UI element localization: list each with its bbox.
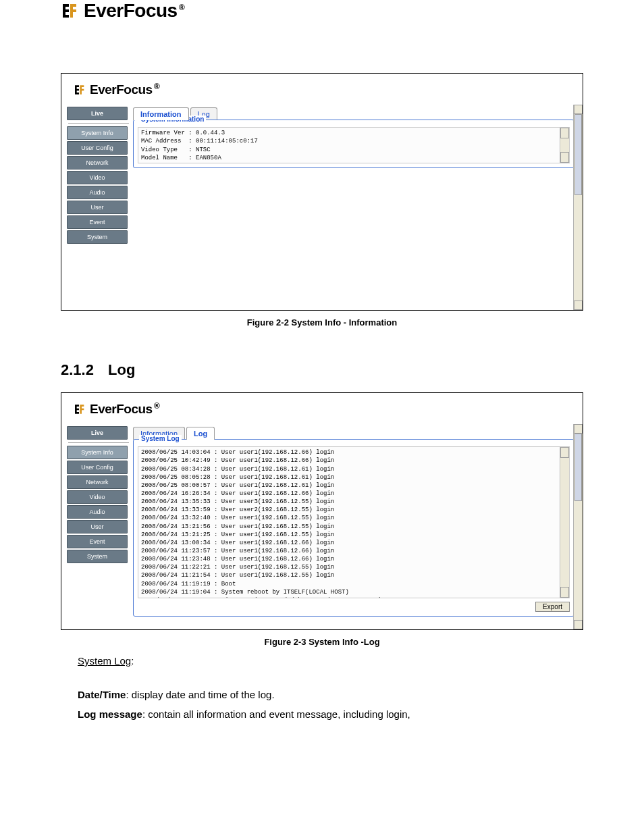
sidebar-item-event[interactable]: Event (67, 215, 128, 229)
sidebar-item-network[interactable]: Network (67, 156, 128, 170)
brand-name: EverFocus® (84, 0, 184, 22)
sidebar-item-audio[interactable]: Audio (67, 505, 128, 519)
textarea-scrollbar[interactable] (560, 447, 569, 598)
sidebar-item-system[interactable]: System (67, 230, 128, 244)
everfocus-logo-icon (61, 1, 81, 21)
tab-log[interactable]: Log (186, 427, 215, 440)
scrollbar-thumb[interactable] (574, 114, 582, 195)
sidebar-item-user[interactable]: User (67, 520, 128, 533)
everfocus-logo-icon (74, 402, 87, 416)
window-scrollbar[interactable] (573, 105, 583, 310)
export-button[interactable]: Export (535, 602, 570, 612)
sidebar-item-audio[interactable]: Audio (67, 186, 128, 199)
body-line-logmessage: Log message: contain all information and… (78, 706, 583, 723)
page-header-logo: EverFocus® (0, 0, 644, 22)
brand-name: EverFocus® (90, 82, 159, 97)
sidebar-separator (68, 442, 129, 443)
sidebar-item-system-info[interactable]: System Info (67, 126, 128, 140)
scrollbar-thumb[interactable] (574, 434, 582, 501)
sidebar-item-user[interactable]: User (67, 201, 128, 214)
sidebar-item-event[interactable]: Event (67, 535, 128, 548)
sidebar-item-system-info[interactable]: System Info (67, 446, 128, 459)
system-log-textarea[interactable]: 2008/06/25 14:03:04 : User user1(192.168… (138, 446, 570, 598)
sidebar-item-live[interactable]: Live (67, 107, 128, 120)
sidebar-item-live[interactable]: Live (67, 426, 128, 440)
section-heading: 2.1.2Log (61, 361, 583, 379)
figure-1-caption: Figure 2-2 System Info - Information (61, 317, 583, 328)
tab-bar: Information Log (133, 426, 579, 439)
system-log-fieldset: System Log 2008/06/25 14:03:04 : User us… (133, 439, 574, 617)
system-information-textarea[interactable]: Firmware Ver : 0.0.44.3 MAC Address : 00… (138, 127, 570, 163)
sidebar-nav: Live System Info User Config Network Vid… (61, 103, 133, 249)
scroll-up-icon[interactable] (574, 105, 583, 114)
sidebar-item-video[interactable]: Video (67, 490, 128, 504)
everfocus-logo-icon (74, 83, 87, 97)
textarea-scrollbar[interactable] (560, 128, 569, 163)
sidebar-separator (68, 123, 129, 124)
body-heading: System Log: (78, 652, 583, 670)
system-information-fieldset: System Information Firmware Ver : 0.0.44… (133, 120, 574, 168)
window-scrollbar[interactable] (573, 424, 583, 629)
figure-2-screenshot: EverFocus® Live System Info User Config … (61, 392, 583, 630)
figure-1-screenshot: EverFocus® Live System Info User Config … (61, 73, 583, 311)
figure-2-caption: Figure 2-3 System Info -Log (61, 637, 583, 647)
tab-information[interactable]: Information (133, 107, 189, 120)
sidebar-nav: Live System Info User Config Network Vid… (61, 422, 133, 569)
scroll-down-icon[interactable] (574, 620, 583, 629)
scroll-down-icon[interactable] (574, 301, 583, 310)
brand-name: EverFocus® (90, 401, 159, 417)
scroll-up-icon[interactable] (574, 424, 583, 434)
fieldset-legend: System Log (139, 435, 182, 442)
sidebar-item-network[interactable]: Network (67, 475, 128, 489)
sidebar-item-video[interactable]: Video (67, 171, 128, 184)
sidebar-item-user-config[interactable]: User Config (67, 461, 128, 474)
body-line-datetime: Date/Time: display date and time of the … (78, 686, 583, 704)
sidebar-item-system[interactable]: System (67, 550, 128, 563)
sidebar-item-user-config[interactable]: User Config (67, 141, 128, 155)
